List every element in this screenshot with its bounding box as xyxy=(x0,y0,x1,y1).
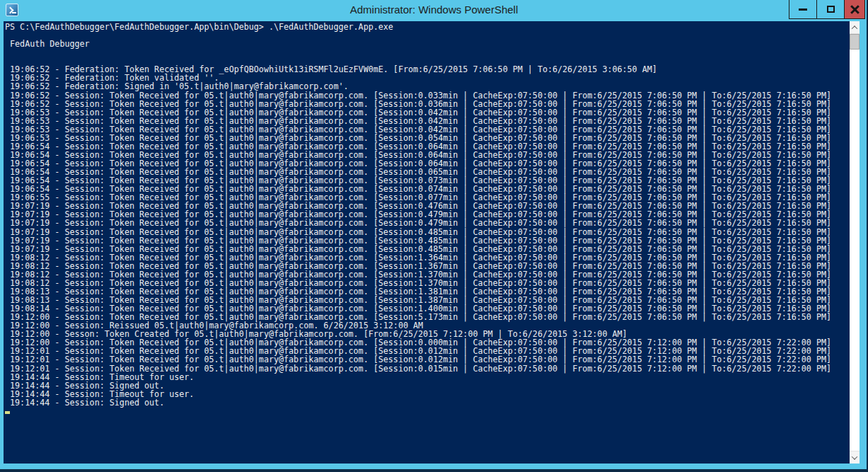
console-line: 19:12:01 - Session: Token Received for 0… xyxy=(5,355,850,364)
console-line: 19:06:53 - Session: Token Received for 0… xyxy=(5,108,850,117)
console-line: 19:14:44 - Session: Signed out. xyxy=(5,398,850,407)
console-line: 19:12:01 - Session: Token Received for 0… xyxy=(5,364,850,373)
console-line: 19:08:12 - Session: Token Received for 0… xyxy=(5,262,850,270)
cursor-line xyxy=(5,407,850,415)
maximize-icon xyxy=(827,6,835,13)
console-line: 19:07:19 - Session: Token Received for 0… xyxy=(5,245,850,253)
close-icon xyxy=(850,5,860,14)
console-line: FedAuth Debugger xyxy=(5,40,850,48)
console-line: 19:14:44 - Session: Timeout for user. xyxy=(5,390,850,398)
console-line: 19:06:53 - Session: Token Received for 0… xyxy=(5,117,850,125)
scroll-down-button[interactable] xyxy=(850,451,860,464)
close-button[interactable] xyxy=(844,0,864,18)
console-line: 19:07:19 - Session: Token Received for 0… xyxy=(5,228,850,236)
maximize-button[interactable] xyxy=(816,0,844,18)
console-line: 19:08:12 - Session: Token Received for 0… xyxy=(5,253,850,262)
console-output[interactable]: PS C:\FedAuthDebugger\FedAuthDebugger.Ap… xyxy=(4,21,850,464)
window-edge-shadow-bottom xyxy=(0,469,868,472)
minimize-button[interactable] xyxy=(789,0,816,18)
console-line: 19:06:53 - Session: Token Received for 0… xyxy=(5,125,850,134)
scrollbar-thumb[interactable] xyxy=(850,34,860,50)
console-line xyxy=(5,31,850,40)
console-line: PS C:\FedAuthDebugger\FedAuthDebugger.Ap… xyxy=(5,23,850,31)
console-line: 19:14:44 - Session: Timeout for user. xyxy=(5,373,850,381)
console-line: 19:07:19 - Session: Token Received for 0… xyxy=(5,219,850,227)
scrollbar-track[interactable] xyxy=(850,21,860,464)
minimize-icon xyxy=(799,8,807,11)
scroll-down-icon xyxy=(852,454,857,459)
console-line xyxy=(5,48,850,57)
powershell-window: Administrator: Windows PowerShell PS C:\… xyxy=(0,0,868,472)
console-line: 19:06:52 - Federation: Signed in '05.t|a… xyxy=(5,82,850,91)
window-title: Administrator: Windows PowerShell xyxy=(0,0,868,21)
console-line: 19:06:52 - Session: Token Received for 0… xyxy=(5,91,850,100)
console-line: 19:06:52 - Session: Token Received for 0… xyxy=(5,100,850,108)
scroll-up-icon xyxy=(852,25,857,31)
titlebar[interactable]: Administrator: Windows PowerShell xyxy=(0,0,868,21)
console-line: 19:14:44 - Session: Signed out. xyxy=(5,381,850,390)
window-controls xyxy=(789,0,865,19)
text-cursor xyxy=(5,411,10,414)
console-line: 19:07:19 - Session: Token Received for 0… xyxy=(5,236,850,245)
scroll-up-button[interactable] xyxy=(850,21,860,34)
